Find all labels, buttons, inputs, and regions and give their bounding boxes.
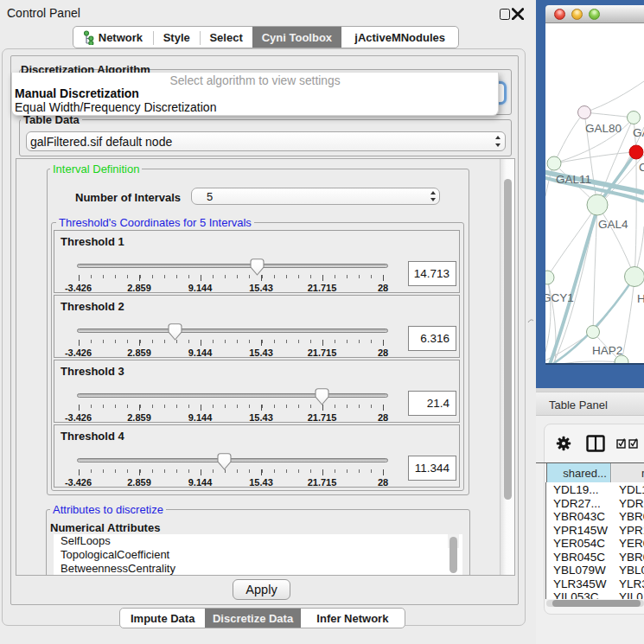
svg-text:C: C bbox=[639, 161, 644, 174]
svg-text:GAL11: GAL11 bbox=[556, 173, 591, 186]
svg-text:GCY1: GCY1 bbox=[545, 291, 574, 304]
svg-text:GA: GA bbox=[633, 126, 644, 139]
svg-text:H: H bbox=[637, 292, 644, 305]
svg-text:GAL4: GAL4 bbox=[598, 218, 628, 231]
svg-text:HAP2: HAP2 bbox=[592, 344, 622, 357]
svg-text:GAL80: GAL80 bbox=[585, 122, 622, 135]
